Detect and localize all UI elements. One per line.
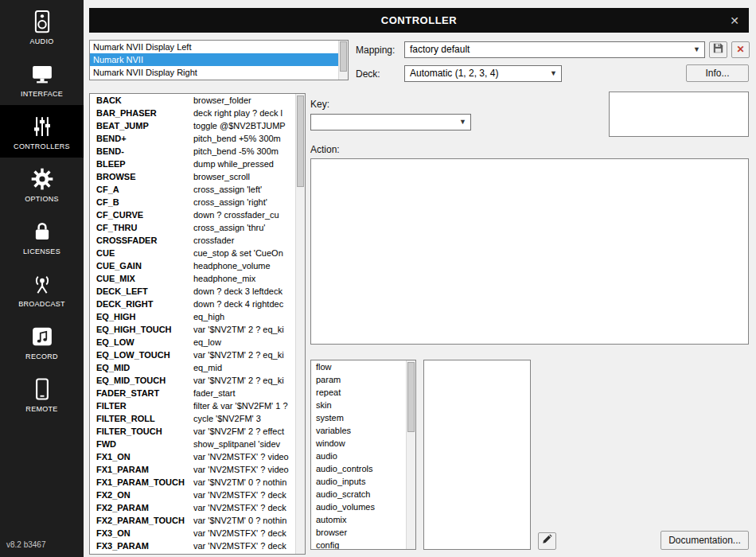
key-action-row[interactable]: FX1_PARAM_TOUCHvar '$NV2TM' 0 ? nothin [90, 476, 295, 489]
key-action-text: var '$NV2TM' 2 ? eq_ki [193, 323, 295, 336]
category-list-item[interactable]: audio [311, 450, 406, 462]
category-list-item[interactable]: audio_controls [311, 462, 406, 475]
controller-list-item[interactable]: Numark NVII Display Left [90, 41, 338, 53]
sidebar-item-remote[interactable]: REMOTE [0, 368, 84, 420]
key-action-row[interactable]: FX2_ONvar 'NV2MSTFX' ? deck [90, 489, 295, 501]
sidebar-item-label: AUDIO [29, 37, 53, 45]
key-action-text: var 'NV2MSTFX' ? video [193, 450, 295, 463]
key-action-row[interactable]: CUE_MIXheadphone_mix [90, 272, 295, 285]
key-action-row[interactable]: FADER_STARTfader_start [90, 387, 295, 399]
controller-list-item[interactable]: Numark NVII [90, 53, 338, 66]
key-action-row[interactable]: EQ_HIGHeq_high [90, 310, 295, 323]
smartphone-icon [29, 376, 56, 403]
key-action-row[interactable]: DECK_RIGHTdown ? deck 4 rightdec [90, 298, 295, 310]
key-action-text: pitch_bend +5% 300m [193, 132, 295, 145]
close-icon[interactable]: ✕ [730, 14, 739, 27]
sidebar-item-record[interactable]: RECORD [0, 315, 84, 368]
key-dropdown[interactable]: ▼ [310, 114, 471, 130]
category-list-item[interactable]: audio_inputs [311, 475, 406, 488]
sidebar-item-audio[interactable]: AUDIO [0, 0, 84, 53]
key-action-row[interactable]: EQ_HIGH_TOUCHvar '$NV2TM' 2 ? eq_ki [90, 323, 295, 336]
edit-action-button[interactable] [538, 532, 556, 550]
controller-list-scrollbar[interactable] [338, 41, 348, 80]
key-action-row[interactable]: BEND+pitch_bend +5% 300m [90, 132, 295, 145]
key-action-row[interactable]: BEAT_JUMPtoggle @$NV2BTJUMP [90, 119, 295, 132]
scrollbar-thumb[interactable] [340, 41, 347, 72]
category-list-scrollbar[interactable] [406, 360, 415, 549]
category-list-item[interactable]: automix [311, 513, 406, 526]
key-action-row[interactable]: FX1_PARAMvar 'NV2MSTFX' ? video [90, 463, 295, 476]
category-list-item[interactable]: param [311, 373, 406, 386]
sidebar-item-options[interactable]: OPTIONS [0, 158, 84, 210]
key-action-row[interactable]: FILTER_TOUCHvar '$NV2FM' 2 ? effect [90, 425, 295, 438]
category-list-item[interactable]: config [311, 539, 406, 549]
key-action-row[interactable]: BAR_PHASERdeck right play ? deck l [90, 107, 295, 119]
action-category-list: flowparamrepeatskinsystemvariableswindow… [310, 360, 416, 550]
key-action-row[interactable]: FX3_PARAMvar 'NV2MSTFX' ? deck [90, 539, 295, 552]
sidebar-item-label: LICENSES [23, 247, 60, 255]
save-mapping-button[interactable] [709, 41, 727, 58]
key-action-row[interactable]: BLEEPdump while_pressed [90, 158, 295, 170]
scrollbar-thumb[interactable] [297, 95, 304, 187]
key-action-row[interactable]: CUEcue_stop & set 'CueOn [90, 247, 295, 259]
category-list-item[interactable]: skin [311, 399, 406, 411]
scrollbar-thumb[interactable] [407, 362, 415, 432]
category-list-item[interactable]: repeat [311, 386, 406, 399]
key-action-row[interactable]: FX2_PARAM_TOUCHvar '$NV2TM' 0 ? nothin [90, 514, 295, 527]
key-action-row[interactable]: FX1_ONvar 'NV2MSTFX' ? video [90, 450, 295, 463]
delete-mapping-button[interactable]: ✕ [731, 41, 750, 58]
key-action-row[interactable]: CF_Bcross_assign 'right' [90, 196, 295, 208]
controller-list-item[interactable]: Numark NVII Display Right [90, 66, 338, 79]
key-action-row[interactable]: BEND-pitch_bend -5% 300m [90, 145, 295, 158]
key-action-row[interactable]: BACKbrowser_folder [90, 94, 295, 107]
chevron-down-icon: ▼ [459, 115, 466, 130]
controller-list: Numark NVII Display LeftNumark NVIINumar… [89, 40, 349, 80]
key-action-text: eq_low [193, 336, 295, 349]
category-list-item[interactable]: audio_scratch [311, 488, 406, 501]
pencil-icon [542, 536, 552, 547]
mapping-dropdown[interactable]: factory default ▼ [404, 41, 705, 58]
key-action-text: var '$NV2FM' 2 ? effect [193, 425, 295, 438]
category-list-item[interactable]: window [311, 437, 406, 450]
key-action-row[interactable]: FWDshow_splitpanel 'sidev [90, 438, 295, 450]
key-name: EQ_MID_TOUCH [90, 374, 193, 387]
key-action-row[interactable]: FILTERfilter & var '$NV2FM' 1 ? [90, 399, 295, 412]
key-action-row[interactable]: EQ_MIDeq_mid [90, 361, 295, 374]
sidebar-item-interface[interactable]: INTERFACE [0, 53, 84, 105]
key-name: EQ_HIGH_TOUCH [90, 323, 193, 336]
key-name: BACK [90, 94, 193, 107]
sidebar-item-controllers[interactable]: CONTROLLERS [0, 105, 84, 158]
key-action-row[interactable]: BROWSEbrowser_scroll [90, 170, 295, 183]
key-action-row[interactable]: EQ_LOWeq_low [90, 336, 295, 349]
action-textarea[interactable] [310, 158, 749, 345]
category-list-item[interactable]: system [311, 411, 406, 424]
key-action-text: cross_assign 'right' [193, 196, 295, 208]
key-action-text: eq_high [193, 310, 295, 323]
key-action-row[interactable]: DECK_LEFTdown ? deck 3 leftdeck [90, 285, 295, 298]
key-action-row[interactable]: CROSSFADERcrossfader [90, 234, 295, 247]
key-action-text: headphone_volume [193, 259, 295, 272]
category-list-item[interactable]: flow [311, 360, 406, 373]
documentation-button[interactable]: Documentation... [661, 531, 749, 550]
key-action-row[interactable]: EQ_LOW_TOUCHvar '$NV2TM' 2 ? eq_ki [90, 349, 295, 361]
key-action-row[interactable]: CF_THRUcross_assign 'thru' [90, 221, 295, 234]
key-action-row[interactable]: CUE_GAINheadphone_volume [90, 259, 295, 272]
key-action-row[interactable]: EQ_MID_TOUCHvar '$NV2TM' 2 ? eq_ki [90, 374, 295, 387]
key-action-row[interactable]: FX3_ONvar 'NV2MSTFX' ? deck [90, 527, 295, 539]
key-action-row[interactable]: CF_Across_assign 'left' [90, 183, 295, 196]
sidebar-item-broadcast[interactable]: BROADCAST [0, 263, 84, 315]
deck-dropdown[interactable]: Automatic (1, 2, 3, 4) ▼ [404, 65, 562, 82]
key-name: FX2_ON [90, 489, 193, 501]
key-action-row[interactable]: FX2_PARAMvar 'NV2MSTFX' ? deck [90, 501, 295, 514]
category-list-item[interactable]: audio_volumes [311, 501, 406, 513]
key-action-text: var 'NV2MSTFX' ? deck [193, 539, 295, 552]
info-button[interactable]: Info... [686, 64, 749, 82]
category-list-item[interactable]: browser [311, 526, 406, 539]
key-action-row[interactable]: CF_CURVEdown ? crossfader_cu [90, 208, 295, 221]
controller-list-rows: Numark NVII Display LeftNumark NVIINumar… [90, 41, 338, 80]
sidebar-item-licenses[interactable]: LICENSES [0, 210, 84, 263]
key-action-row[interactable]: FILTER_ROLLcycle '$NV2FM' 3 [90, 412, 295, 425]
key-name: FADER_START [90, 387, 193, 399]
key-list-scrollbar[interactable] [295, 94, 305, 554]
category-list-item[interactable]: variables [311, 424, 406, 437]
